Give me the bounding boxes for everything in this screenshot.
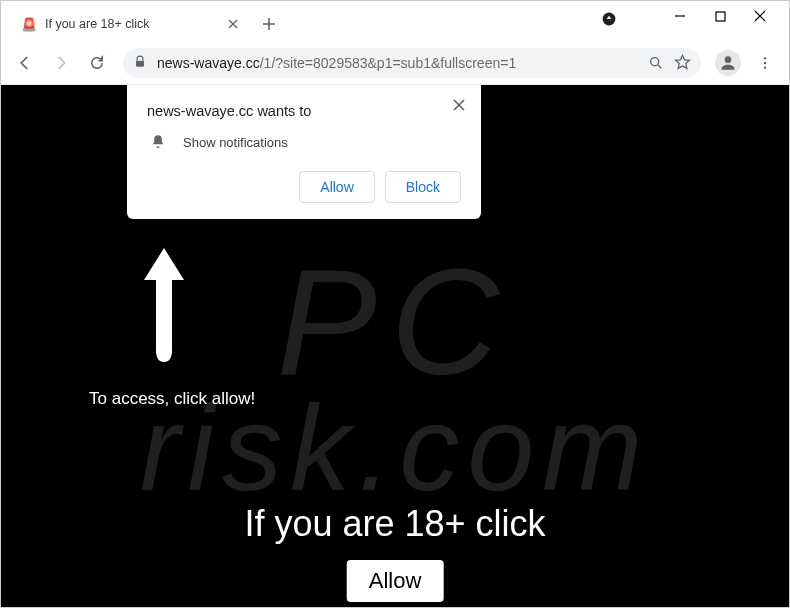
- url-text: news-wavaye.cc/1/?site=8029583&p1=sub1&f…: [157, 55, 639, 71]
- permission-item: Show notifications: [149, 133, 461, 151]
- back-button[interactable]: [9, 47, 41, 79]
- permission-label: Show notifications: [183, 135, 288, 150]
- browser-toolbar: news-wavaye.cc/1/?site=8029583&p1=sub1&f…: [1, 41, 789, 85]
- svg-rect-1: [716, 12, 725, 21]
- allow-button[interactable]: Allow: [299, 171, 374, 203]
- dialog-title: news-wavaye.cc wants to: [147, 103, 461, 119]
- svg-point-3: [651, 57, 659, 65]
- menu-button[interactable]: [749, 47, 781, 79]
- reload-button[interactable]: [81, 47, 113, 79]
- svg-point-4: [725, 56, 732, 63]
- close-window-button[interactable]: [753, 9, 767, 23]
- profile-avatar[interactable]: [715, 50, 741, 76]
- new-tab-button[interactable]: [255, 10, 283, 38]
- maximize-button[interactable]: [713, 9, 727, 23]
- notification-permission-dialog: news-wavaye.cc wants to Show notificatio…: [127, 85, 481, 219]
- close-icon[interactable]: [225, 16, 241, 32]
- minimize-button[interactable]: [673, 9, 687, 23]
- zoom-icon[interactable]: [647, 54, 665, 72]
- svg-rect-2: [136, 60, 144, 66]
- page-allow-button[interactable]: Allow: [347, 560, 444, 602]
- window-titlebar: 🚨 If you are 18+ click: [1, 1, 789, 41]
- window-controls: [651, 1, 789, 31]
- svg-point-7: [764, 66, 766, 68]
- bell-icon: [149, 133, 167, 151]
- svg-point-6: [764, 61, 766, 63]
- tab-title: If you are 18+ click: [45, 17, 217, 31]
- page-content: PC risk.com To access, click allow! If y…: [1, 85, 789, 608]
- headline-text: If you are 18+ click: [1, 503, 789, 545]
- dialog-actions: Allow Block: [147, 171, 461, 203]
- forward-button[interactable]: [45, 47, 77, 79]
- extension-shield-icon[interactable]: [599, 9, 619, 29]
- lock-icon: [133, 55, 149, 71]
- siren-icon: 🚨: [21, 16, 37, 32]
- instruction-text: To access, click allow!: [89, 389, 255, 409]
- browser-tab[interactable]: 🚨 If you are 18+ click: [9, 7, 249, 41]
- watermark-top: PC: [277, 236, 513, 409]
- block-button[interactable]: Block: [385, 171, 461, 203]
- address-bar[interactable]: news-wavaye.cc/1/?site=8029583&p1=sub1&f…: [123, 48, 701, 78]
- dialog-close-icon[interactable]: [449, 95, 469, 115]
- svg-point-5: [764, 57, 766, 59]
- up-arrow-icon: [136, 240, 192, 374]
- bookmark-star-icon[interactable]: [673, 54, 691, 72]
